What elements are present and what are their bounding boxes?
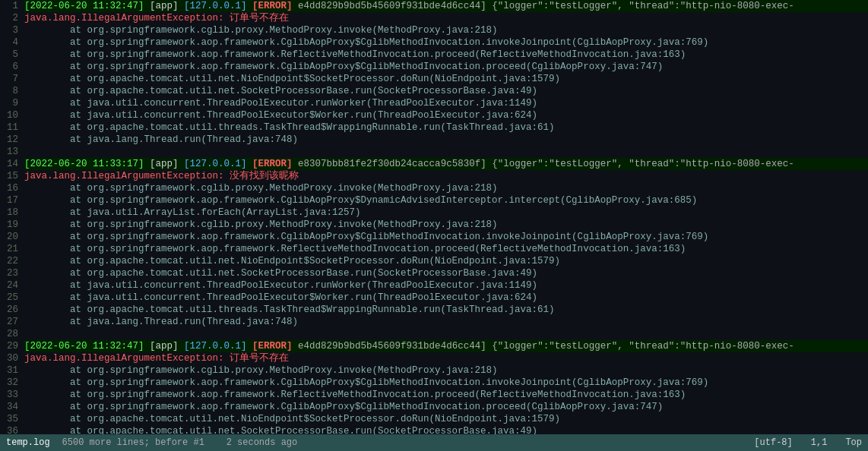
line-content-8: at org.apache.tomcat.util.net.SocketProc… — [24, 85, 868, 97]
line-24: 24 at java.util.concurrent.ThreadPoolExe… — [0, 279, 868, 292]
line-number-6: 6 — [0, 61, 24, 73]
line-9: 9 at java.util.concurrent.ThreadPoolExec… — [0, 97, 868, 109]
line-part: at org.springframework.aop.framework.Ref… — [24, 390, 686, 400]
line-part: [app] — [144, 159, 185, 169]
line-part: at org.springframework.cglib.proxy.Metho… — [24, 183, 498, 194]
line-7: 7 at org.apache.tomcat.util.net.NioEndpo… — [0, 73, 868, 85]
line-part: [ERROR] — [252, 159, 293, 169]
line-part: at org.springframework.aop.framework.Cgl… — [24, 62, 663, 72]
line-29: 29[2022-06-20 11:32:47] [app] [127.0.0.1… — [0, 340, 868, 352]
line-content-14: [2022-06-20 11:33:17] [app] [127.0.0.1] … — [24, 158, 868, 170]
line-part: java.lang.IllegalArgumentException: — [24, 171, 224, 181]
line-content-26: at org.apache.tomcat.util.threads.TaskTh… — [24, 304, 868, 316]
line-number-5: 5 — [0, 49, 24, 61]
status-left: temp.log 6500 more lines; before #1 2 se… — [6, 437, 297, 448]
line-number-23: 23 — [0, 267, 24, 279]
line-number-25: 25 — [0, 292, 24, 304]
line-part: at org.apache.tomcat.util.net.SocketProc… — [24, 86, 537, 96]
line-11: 11 at org.apache.tomcat.util.threads.Tas… — [0, 121, 868, 134]
line-number-11: 11 — [0, 121, 24, 134]
line-34: 34 at org.springframework.aop.framework.… — [0, 401, 868, 413]
line-content-19: at org.springframework.cglib.proxy.Metho… — [24, 219, 868, 231]
line-number-29: 29 — [0, 340, 24, 352]
line-content-2: java.lang.IllegalArgumentException: 订单号不… — [24, 12, 868, 24]
line-content-32: at org.springframework.aop.framework.Cgl… — [24, 377, 868, 389]
line-content-27: at java.lang.Thread.run(Thread.java:748) — [24, 316, 868, 328]
line-19: 19 at org.springframework.cglib.proxy.Me… — [0, 219, 868, 231]
line-10: 10 at java.util.concurrent.ThreadPoolExe… — [0, 109, 868, 121]
status-more-lines: 6500 more lines; before #1 2 seconds ago — [62, 437, 298, 448]
line-part: e4dd829b9bd5b45609f931bde4d6cc44] {"logg… — [293, 1, 794, 11]
status-right: [utf-8] 1,1 Top — [754, 437, 862, 448]
line-26: 26 at org.apache.tomcat.util.threads.Tas… — [0, 304, 868, 316]
line-part: e8307bbb81fe2f30db24cacca9c5830f] {"logg… — [293, 159, 794, 169]
line-35: 35 at org.apache.tomcat.util.net.NioEndp… — [0, 413, 868, 425]
line-part: at org.springframework.aop.framework.Cgl… — [24, 195, 697, 206]
line-16: 16 at org.springframework.cglib.proxy.Me… — [0, 182, 868, 194]
line-part: at org.springframework.cglib.proxy.Metho… — [24, 25, 498, 36]
line-part: [127.0.0.1] — [184, 159, 247, 169]
line-15: 15java.lang.IllegalArgumentException: 没有… — [0, 170, 868, 182]
line-content-24: at java.util.concurrent.ThreadPoolExecut… — [24, 279, 868, 292]
line-part: at java.util.concurrent.ThreadPoolExecut… — [24, 98, 537, 109]
line-content-29: [2022-06-20 11:32:47] [app] [127.0.0.1] … — [24, 340, 868, 352]
line-part: java.lang.IllegalArgumentException: — [24, 13, 224, 24]
line-part: at java.util.concurrent.ThreadPoolExecut… — [24, 110, 537, 121]
line-27: 27 at java.lang.Thread.run(Thread.java:7… — [0, 316, 868, 328]
line-content-28 — [24, 328, 868, 340]
line-number-1: 1 — [0, 0, 24, 12]
line-content-6: at org.springframework.aop.framework.Cgl… — [24, 61, 868, 73]
line-part: at org.springframework.aop.framework.Cgl… — [24, 232, 708, 242]
line-number-20: 20 — [0, 231, 24, 243]
line-number-4: 4 — [0, 36, 24, 49]
line-number-17: 17 — [0, 194, 24, 207]
line-number-33: 33 — [0, 389, 24, 401]
line-number-2: 2 — [0, 12, 24, 24]
line-number-32: 32 — [0, 377, 24, 389]
line-30: 30java.lang.IllegalArgumentException: 订单… — [0, 352, 868, 364]
line-content-33: at org.springframework.aop.framework.Ref… — [24, 389, 868, 401]
line-25: 25 at java.util.concurrent.ThreadPoolExe… — [0, 292, 868, 304]
line-number-7: 7 — [0, 73, 24, 85]
line-number-14: 14 — [0, 158, 24, 170]
line-content-5: at org.springframework.aop.framework.Ref… — [24, 49, 868, 61]
line-number-36: 36 — [0, 425, 24, 434]
line-content-35: at org.apache.tomcat.util.net.NioEndpoin… — [24, 413, 868, 425]
status-position: 1,1 — [811, 437, 828, 448]
line-content-36: at org.apache.tomcat.util.net.SocketProc… — [24, 425, 868, 434]
line-part: at org.apache.tomcat.util.net.SocketProc… — [24, 268, 537, 279]
line-part: 订单号不存在 — [224, 353, 290, 364]
line-part: 没有找到该昵称 — [224, 171, 299, 181]
line-part: at org.apache.tomcat.util.threads.TaskTh… — [24, 304, 555, 315]
line-number-27: 27 — [0, 316, 24, 328]
line-33: 33 at org.springframework.aop.framework.… — [0, 389, 868, 401]
line-number-8: 8 — [0, 85, 24, 97]
line-number-9: 9 — [0, 97, 24, 109]
line-part: at org.apache.tomcat.util.threads.TaskTh… — [24, 122, 555, 133]
line-part: at java.lang.Thread.run(Thread.java:748) — [24, 317, 298, 327]
line-part: at org.springframework.aop.framework.Cgl… — [24, 377, 708, 388]
line-number-31: 31 — [0, 364, 24, 377]
line-part — [247, 341, 253, 352]
line-number-22: 22 — [0, 255, 24, 267]
line-part — [247, 1, 253, 11]
line-part: at java.util.concurrent.ThreadPoolExecut… — [24, 292, 537, 303]
line-part: 订单号不存在 — [224, 13, 290, 24]
line-content-4: at org.springframework.aop.framework.Cgl… — [24, 36, 868, 49]
line-part: [app] — [144, 1, 185, 11]
line-content-34: at org.springframework.aop.framework.Cgl… — [24, 401, 868, 413]
line-number-12: 12 — [0, 134, 24, 146]
line-part: at org.springframework.aop.framework.Ref… — [24, 49, 686, 60]
editor-area: 1[2022-06-20 11:32:47] [app] [127.0.0.1]… — [0, 0, 868, 434]
status-bar: temp.log 6500 more lines; before #1 2 se… — [0, 434, 868, 451]
line-part: at org.springframework.aop.framework.Cgl… — [24, 37, 708, 48]
line-1: 1[2022-06-20 11:32:47] [app] [127.0.0.1]… — [0, 0, 868, 12]
line-part: at org.springframework.cglib.proxy.Metho… — [24, 219, 498, 230]
line-21: 21 at org.springframework.aop.framework.… — [0, 243, 868, 255]
line-content-1: [2022-06-20 11:32:47] [app] [127.0.0.1] … — [24, 0, 868, 12]
line-part: at java.lang.Thread.run(Thread.java:748) — [24, 134, 298, 145]
line-18: 18 at java.util.ArrayList.forEach(ArrayL… — [0, 207, 868, 219]
line-number-26: 26 — [0, 304, 24, 316]
line-content-25: at java.util.concurrent.ThreadPoolExecut… — [24, 292, 868, 304]
line-part: at org.springframework.aop.framework.Cgl… — [24, 402, 663, 412]
